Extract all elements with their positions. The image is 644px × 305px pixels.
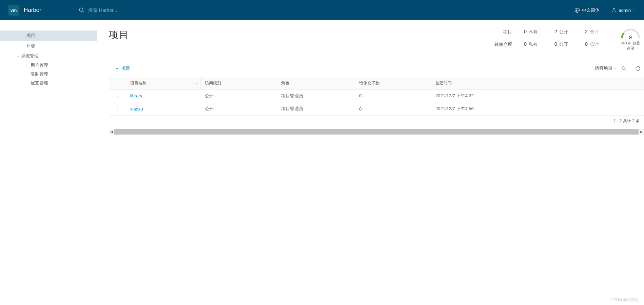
new-project-label: 项目 — [121, 65, 130, 72]
sidebar-item-logs[interactable]: 日志 — [0, 41, 97, 51]
language-selector[interactable]: 中文简体 ﹀ — [574, 7, 605, 13]
projects-table: 项目名称 ▾ 访问级别 角色 镜像仓库数 创建时间 ⋮library公开项目管理… — [109, 77, 644, 127]
cell-time: 2021/12/7 下午4:22 — [431, 93, 644, 99]
stats-proj-total: 2总计 — [577, 28, 607, 35]
th-label: 访问级别 — [205, 80, 221, 86]
user-menu[interactable]: admin ﹀ — [611, 7, 636, 13]
toolbar-divider — [631, 65, 631, 72]
project-link[interactable]: xiaoxu — [130, 106, 143, 111]
sidebar-item-label: 用户管理 — [31, 62, 48, 68]
svg-point-5 — [613, 8, 615, 10]
gauge-storage-label: 存储 — [620, 46, 641, 51]
svg-line-7 — [625, 69, 626, 70]
cell-role: 项目管理员 — [277, 93, 355, 99]
th-label: 镜像仓库数 — [359, 80, 379, 86]
table-pagination: 1 - 2 共计 2 条 — [109, 115, 644, 127]
sidebar-item-label: 日志 — [26, 43, 35, 49]
project-filter-dropdown[interactable]: 所有项目 ⌄ — [594, 64, 617, 72]
th-access[interactable]: 访问级别 — [201, 77, 277, 89]
watermark: CSDN @C和弦~ — [610, 297, 641, 303]
stats-row-repos-label: 镜像仓库 — [494, 41, 515, 47]
sidebar-item-replication[interactable]: 复制管理 — [0, 70, 97, 79]
search-toggle-icon[interactable] — [621, 66, 627, 71]
project-link[interactable]: library — [130, 93, 142, 98]
cell-access: 公开 — [201, 106, 277, 112]
cell-role: 项目管理员 — [277, 106, 355, 112]
gauge-capacity: 56 GB 容量 — [620, 41, 641, 46]
sidebar-group-admin[interactable]: ⌄ 系统管理 — [0, 51, 97, 61]
cell-access: 公开 — [201, 93, 277, 99]
cell-repo: 0 — [355, 93, 431, 98]
th-actions — [109, 77, 126, 89]
page-title: 项目 — [109, 28, 129, 41]
sidebar-item-projects[interactable]: 项目 — [0, 30, 97, 41]
scrollbar-thumb[interactable] — [114, 129, 639, 135]
row-menu-icon[interactable]: ⋮ — [109, 93, 126, 99]
th-role[interactable]: 角色 — [277, 77, 355, 89]
horizontal-scrollbar[interactable]: ◀ ▶ — [109, 129, 644, 135]
search-icon — [79, 7, 85, 13]
app-header: vm Harbor 中文简体 ﹀ admin ﹀ — [0, 0, 644, 20]
svg-line-1 — [82, 11, 84, 13]
user-icon — [611, 7, 617, 13]
sidebar-item-config[interactable]: 配置管理 — [0, 79, 97, 87]
th-label: 角色 — [281, 80, 289, 86]
th-repo[interactable]: 镜像仓库数 — [355, 77, 431, 89]
sidebar-group-label: 系统管理 — [21, 53, 39, 59]
header-right: 中文简体 ﹀ admin ﹀ — [574, 7, 644, 13]
filter-label: 所有项目 — [595, 65, 612, 71]
chevron-down-icon: ⌄ — [614, 66, 617, 70]
gauge-value: 9 — [620, 34, 641, 40]
language-label: 中文简体 — [582, 7, 600, 13]
sidebar-item-label: 复制管理 — [31, 71, 48, 77]
brand-name: Harbor — [24, 7, 41, 14]
th-name[interactable]: 项目名称 ▾ — [126, 77, 201, 89]
chevron-down-icon: ﹀ — [602, 8, 605, 13]
table-header: 项目名称 ▾ 访问级别 角色 镜像仓库数 创建时间 — [109, 77, 644, 89]
stats-row-projects-label: 项目 — [494, 29, 515, 35]
chevron-down-icon: ⌄ — [17, 54, 20, 58]
stats-repo-public: 0公开 — [546, 41, 577, 47]
globe-icon — [574, 7, 580, 13]
scroll-left-arrow[interactable]: ◀ — [109, 130, 114, 134]
table-row[interactable]: ⋮xiaoxu公开项目管理员02021/12/7 下午4:56 — [109, 102, 644, 115]
svg-point-6 — [622, 66, 625, 69]
stats-repo-private: 0私有 — [515, 41, 546, 47]
svg-point-0 — [79, 8, 83, 12]
storage-gauge: 9 56 GB 容量 存储 — [614, 28, 641, 51]
filter-icon[interactable]: ▾ — [196, 81, 198, 85]
main-content: 项目 项目 0私有 2公开 2总计 镜像仓库 0私有 0公开 0总计 9 — [97, 20, 644, 305]
stats-proj-private: 0私有 — [515, 28, 546, 35]
refresh-icon[interactable] — [635, 66, 641, 71]
stats-block: 项目 0私有 2公开 2总计 镜像仓库 0私有 0公开 0总计 9 56 GB … — [494, 28, 641, 51]
toolbar: + 项目 所有项目 ⌄ — [109, 64, 644, 72]
chevron-down-icon: ﹀ — [633, 8, 636, 13]
search-input[interactable] — [88, 7, 224, 13]
sidebar-item-label: 配置管理 — [31, 80, 48, 86]
sidebar-item-label: 项目 — [26, 33, 35, 39]
new-project-button[interactable]: + 项目 — [109, 65, 130, 72]
stats-repo-total: 0总计 — [577, 41, 607, 47]
th-time[interactable]: 创建时间 — [431, 77, 644, 89]
table-row[interactable]: ⋮library公开项目管理员02021/12/7 下午4:22 — [109, 89, 644, 102]
th-label: 创建时间 — [435, 80, 452, 86]
search-wrap — [79, 7, 574, 13]
sidebar-item-user-mgmt[interactable]: 用户管理 — [0, 61, 97, 70]
vmware-logo: vm — [8, 5, 19, 16]
sidebar: 项目 日志 ⌄ 系统管理 用户管理 复制管理 配置管理 — [0, 20, 97, 305]
plus-icon: + — [116, 65, 119, 71]
stats-proj-public: 2公开 — [546, 28, 577, 35]
row-menu-icon[interactable]: ⋮ — [109, 106, 126, 112]
user-label: admin — [619, 8, 631, 13]
scroll-right-arrow[interactable]: ▶ — [639, 130, 644, 134]
th-label: 项目名称 — [130, 80, 147, 86]
cell-time: 2021/12/7 下午4:56 — [431, 106, 644, 112]
brand-block: vm Harbor — [0, 5, 50, 16]
cell-repo: 0 — [355, 106, 431, 111]
